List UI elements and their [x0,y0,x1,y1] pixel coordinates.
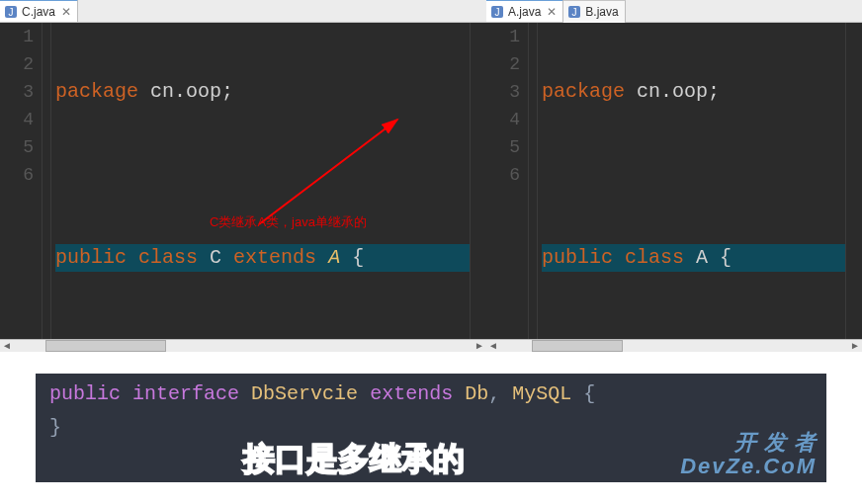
watermark: 开 发 者 DevZe.CoM [680,431,817,478]
lineno: 1 [486,23,520,50]
fold-gutter [529,23,538,339]
tab-label: B.java [585,1,618,23]
code-area-right[interactable]: package cn.oop; public class A { } [538,23,845,339]
watermark-line1: 开 发 者 [680,431,817,455]
overview-ruler [845,23,862,339]
banner-code: public interface DbServcie extends Db, M… [36,374,826,407]
editor-left[interactable]: 1 2 3 4 5 6 package cn.oop; public class… [0,23,486,339]
scroll-right-icon[interactable]: ► [848,340,862,352]
tab-a-java[interactable]: J A.java ✕ [486,0,563,22]
code-line: public class A { [542,244,845,272]
banner-big-text: 接口是多继承的 [243,443,465,474]
tabbar-right: J A.java ✕ J B.java [486,0,862,23]
code-line [55,327,470,339]
lineno: 3 [486,78,520,106]
editors-split: J C.java ✕ 1 2 3 4 5 6 package cn.oop; p… [0,0,862,352]
svg-text:J: J [9,7,14,18]
java-file-icon: J [4,5,18,19]
fold-gutter [43,23,51,339]
code-line: package cn.oop; [542,78,845,106]
scroll-right-icon[interactable]: ► [473,340,486,352]
scrollbar-horizontal[interactable]: ◄ ► [0,339,486,352]
watermark-line2: DevZe.CoM [680,455,817,478]
code-area-left[interactable]: package cn.oop; public class C extends A… [51,23,470,339]
editor-right[interactable]: 1 2 3 4 5 6 package cn.oop; public class… [486,23,862,339]
annotation-text: C类继承A类，java单继承的 [210,209,367,236]
tab-label: C.java [22,1,55,23]
tab-b-java[interactable]: J B.java [563,0,625,23]
tab-label: A.java [508,1,541,23]
gutter-right: 1 2 3 4 5 6 [486,23,529,339]
editor-pane-right: J A.java ✕ J B.java 1 2 3 4 5 6 [486,0,862,352]
tab-c-java[interactable]: J C.java ✕ [0,0,78,22]
lineno: 4 [486,106,520,133]
code-line: package cn.oop; [55,78,470,106]
code-line [542,327,845,339]
tabbar-left: J C.java ✕ [0,0,486,23]
code-line: public class C extends A { [55,244,470,272]
lineno: 6 [486,161,520,189]
overview-ruler [470,23,486,339]
lineno: 3 [0,78,34,106]
lineno: 5 [0,133,34,161]
java-file-icon: J [567,5,581,19]
java-file-icon: J [490,5,504,19]
scrollbar-thumb[interactable] [45,340,166,352]
lineno: 4 [0,106,34,133]
code-line [55,161,470,189]
lineno: 2 [0,50,34,78]
banner: public interface DbServcie extends Db, M… [36,374,826,482]
gutter-left: 1 2 3 4 5 6 [0,23,43,339]
code-line [542,161,845,189]
scrollbar-thumb[interactable] [532,340,623,352]
svg-text:J: J [495,7,500,18]
scroll-left-icon[interactable]: ◄ [486,340,500,352]
lineno: 6 [0,161,34,189]
close-icon[interactable]: ✕ [547,1,557,23]
editor-pane-left: J C.java ✕ 1 2 3 4 5 6 package cn.oop; p… [0,0,486,352]
scroll-left-icon[interactable]: ◄ [0,340,14,352]
lineno: 2 [486,50,520,78]
lineno: 1 [0,23,34,50]
close-icon[interactable]: ✕ [61,1,71,23]
svg-text:J: J [572,7,577,18]
lineno: 5 [486,133,520,161]
scrollbar-horizontal[interactable]: ◄ ► [486,339,862,352]
